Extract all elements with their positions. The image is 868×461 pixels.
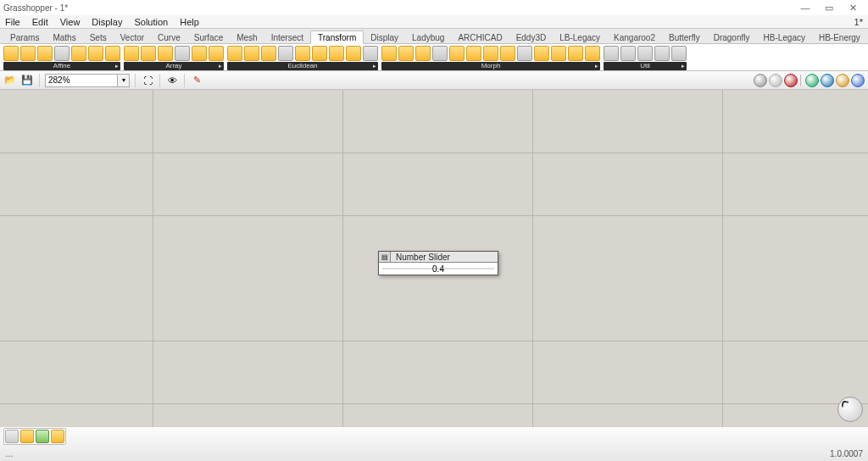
tab-kangaroo2[interactable]: Kangaroo2 [607,31,662,43]
display-mode-icon-2[interactable] [784,74,798,87]
ribbon-group-label[interactable]: Affine [3,62,120,70]
tab-transform[interactable]: Transform [310,31,364,44]
ribbon-button[interactable] [654,46,670,61]
ribbon-button[interactable] [20,46,36,61]
sketch-icon[interactable]: ✎ [190,74,203,87]
ribbon-button[interactable] [449,46,465,61]
tab-intersect[interactable]: Intersect [264,31,310,43]
canvas[interactable]: ▤ Number Slider 0.4 [0,90,868,427]
display-mode-icon-1[interactable] [769,74,782,87]
sb-btn-1[interactable] [5,430,19,443]
ribbon-button[interactable] [175,46,190,61]
ribbon-button[interactable] [381,46,397,61]
ribbon-button[interactable] [551,46,566,61]
ribbon-button[interactable] [54,46,70,61]
slider-label: Number Slider [391,253,450,262]
slider-grip-icon: ▤ [379,252,391,262]
sb-btn-2[interactable] [20,430,34,443]
tab-eddy3d[interactable]: Eddy3D [509,31,554,43]
ribbon-button[interactable] [227,46,242,61]
ribbon-group-label[interactable]: Array [124,62,224,70]
slider-value[interactable]: 0.4 [432,264,444,274]
open-icon[interactable]: 📂 [3,74,17,87]
zoom-control[interactable]: ▾ [45,74,130,87]
ribbon-button[interactable] [141,46,156,61]
ribbon-button[interactable] [517,46,532,61]
ribbon-group-label[interactable]: Util [604,62,687,70]
ribbon-button[interactable] [637,46,653,61]
display-mode-icon-5[interactable] [836,74,849,87]
tab-curve[interactable]: Curve [151,31,187,43]
sb-btn-4[interactable] [51,430,64,443]
ribbon-button[interactable] [415,46,431,61]
menu-display[interactable]: Display [92,17,122,27]
ribbon-button[interactable] [466,46,481,61]
ribbon-button[interactable] [3,46,19,61]
menu-file[interactable]: File [5,17,20,27]
display-mode-icon-6[interactable] [851,74,865,87]
menu-edit[interactable]: Edit [32,17,48,27]
tab-hb-legacy[interactable]: HB-Legacy [756,31,811,43]
preview-icon[interactable]: 👁 [165,74,179,87]
ribbon-button[interactable] [295,46,310,61]
minimize-button[interactable]: — [793,3,817,13]
tab-archicad[interactable]: ARCHICAD [451,31,509,43]
ribbon-button[interactable] [568,46,583,61]
ribbon-button[interactable] [261,46,276,61]
ribbon-button[interactable] [312,46,327,61]
titlebar: Grasshopper - 1* — ▭ ✕ [0,0,868,15]
canvas-compass[interactable] [837,397,863,422]
ribbon-button[interactable] [192,46,207,61]
ribbon-button[interactable] [278,46,293,61]
tab-sets[interactable]: Sets [83,31,114,43]
tab-maths[interactable]: Maths [46,31,82,43]
ribbon-button[interactable] [37,46,53,61]
ribbon-button[interactable] [534,46,549,61]
ribbon-group-label[interactable]: Euclidean [227,62,378,70]
display-mode-icon-4[interactable] [821,74,834,87]
ribbon-button[interactable] [671,46,687,61]
number-slider-component[interactable]: ▤ Number Slider 0.4 [378,251,498,275]
ribbon-group-label[interactable]: Morph [381,62,600,70]
ribbon-button[interactable] [363,46,378,61]
menu-help[interactable]: Help [180,17,199,27]
tab-mesh[interactable]: Mesh [230,31,264,43]
tab-lb-legacy[interactable]: LB-Legacy [553,31,607,43]
tab-hb-energy[interactable]: HB-Energy [812,31,867,43]
sb-btn-3[interactable] [36,430,49,443]
close-button[interactable]: ✕ [841,3,865,14]
menu-view[interactable]: View [60,17,81,27]
tab-dragonfly[interactable]: Dragonfly [707,31,757,43]
tab-surface[interactable]: Surface [187,31,230,43]
tab-ladybug[interactable]: Ladybug [405,31,451,43]
ribbon-button[interactable] [105,46,120,61]
ribbon-button[interactable] [346,46,361,61]
tab-display[interactable]: Display [364,31,405,43]
zoom-dropdown[interactable]: ▾ [118,74,130,87]
ribbon-button[interactable] [432,46,448,61]
display-mode-icon-3[interactable] [805,74,819,87]
zoom-input[interactable] [45,74,118,87]
ribbon-button[interactable] [158,46,173,61]
display-mode-icon-0[interactable] [754,74,767,87]
ribbon-button[interactable] [483,46,498,61]
ribbon-button[interactable] [500,46,515,61]
save-icon[interactable]: 💾 [20,74,34,87]
menu-solution[interactable]: Solution [134,17,168,27]
ribbon-button[interactable] [398,46,414,61]
tab-butterfly[interactable]: Butterfly [662,31,707,43]
ribbon-button[interactable] [124,46,139,61]
ribbon-button[interactable] [620,46,636,61]
toolbar-separator [184,74,185,87]
ribbon-button[interactable] [604,46,619,61]
ribbon-button[interactable] [244,46,259,61]
tab-vector[interactable]: Vector [114,31,151,43]
ribbon-button[interactable] [585,46,600,61]
ribbon-button[interactable] [88,46,103,61]
ribbon-button[interactable] [71,46,86,61]
tab-params[interactable]: Params [3,31,46,43]
ribbon-button[interactable] [329,46,344,61]
zoom-fit-icon[interactable]: ⛶ [141,74,154,87]
maximize-button[interactable]: ▭ [817,3,841,14]
ribbon-button[interactable] [209,46,224,61]
